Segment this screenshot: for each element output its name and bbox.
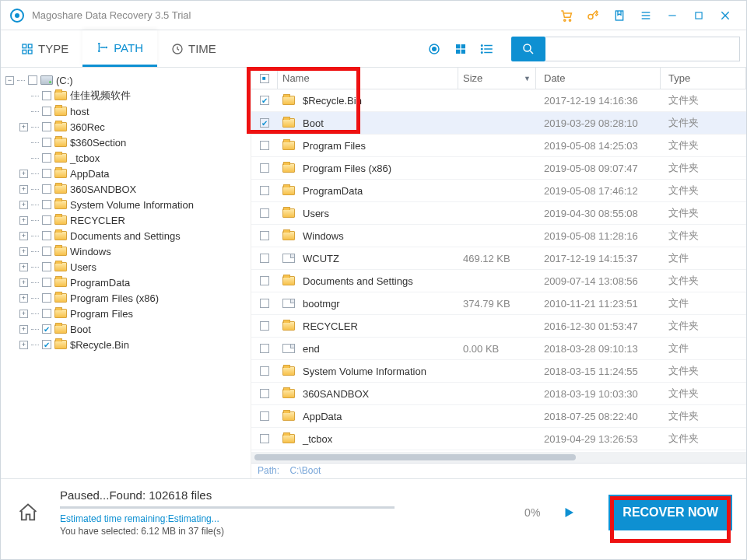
checkbox[interactable] [260, 411, 269, 421]
expand-icon[interactable]: + [19, 294, 28, 303]
checkbox[interactable] [42, 278, 51, 287]
checkbox[interactable] [42, 122, 51, 131]
tree-item[interactable]: +RECYCLER [4, 212, 247, 228]
thumbnail-view-icon[interactable] [447, 30, 474, 67]
tree-item[interactable]: +Program Files [4, 306, 247, 321]
tree-item[interactable]: _tcbox [4, 150, 247, 166]
checkbox[interactable] [260, 96, 269, 105]
table-row[interactable]: Program Files (x86)2019-05-08 09:07:47文件… [251, 157, 746, 180]
expand-icon[interactable]: + [19, 310, 28, 318]
tab-time[interactable]: TIME [157, 30, 230, 67]
recover-now-button[interactable]: RECOVER NOW [608, 495, 732, 530]
checkbox[interactable] [28, 75, 37, 85]
resume-button[interactable] [562, 506, 576, 520]
checkbox[interactable] [260, 299, 269, 308]
checkbox[interactable] [260, 163, 269, 173]
checkbox[interactable] [260, 254, 269, 263]
close-button[interactable] [714, 4, 737, 27]
tree-item[interactable]: +Windows [4, 243, 247, 259]
preview-toggle-icon[interactable] [421, 30, 447, 67]
expand-icon[interactable]: + [19, 170, 28, 178]
table-row[interactable]: Boot2019-03-29 08:28:10文件夹 [251, 112, 746, 135]
list-view-icon[interactable] [474, 30, 500, 67]
tree-item[interactable]: 佳佳视频软件 [4, 88, 247, 103]
expand-icon[interactable]: + [19, 278, 28, 287]
checkbox[interactable] [42, 169, 51, 178]
tree-item[interactable]: +Documents and Settings [4, 228, 247, 243]
checkbox[interactable] [260, 276, 269, 285]
tree-root[interactable]: − (C:) [4, 72, 247, 88]
expand-icon[interactable]: + [19, 216, 28, 225]
home-button[interactable] [15, 499, 41, 526]
table-row[interactable]: RECYCLER2016-12-30 01:53:47文件夹 [251, 315, 746, 338]
checkbox[interactable] [42, 184, 51, 194]
table-row[interactable]: end0.00 KB2018-03-28 09:10:13文件 [251, 338, 746, 360]
table-row[interactable]: WCUTZ469.12 KB2017-12-19 14:15:37文件 [251, 247, 746, 270]
tree-item[interactable]: +ProgramData [4, 275, 247, 290]
tree-item[interactable]: +Boot [4, 321, 247, 337]
table-row[interactable]: System Volume Information2018-03-15 11:2… [251, 360, 746, 383]
table-row[interactable]: bootmgr374.79 KB2010-11-21 11:23:51文件 [251, 292, 746, 315]
checkbox[interactable] [42, 247, 51, 256]
table-row[interactable]: $Recycle.Bin2017-12-19 14:16:36文件夹 [251, 89, 746, 112]
maximize-button[interactable] [687, 4, 710, 27]
search-button[interactable] [511, 37, 545, 61]
checkbox[interactable] [42, 215, 51, 225]
table-row[interactable]: Windows2019-05-08 11:28:16文件夹 [251, 225, 746, 247]
checkbox[interactable] [42, 324, 51, 334]
tab-type[interactable]: TYPE [7, 30, 82, 67]
checkbox[interactable] [42, 107, 51, 116]
tab-path[interactable]: PATH [82, 30, 157, 67]
column-size[interactable]: Size▼ [458, 68, 536, 89]
bookmark-icon[interactable] [608, 4, 631, 27]
horizontal-scrollbar[interactable] [251, 452, 746, 463]
column-name[interactable]: Name [278, 68, 458, 89]
tree-item[interactable]: +$Recycle.Bin [4, 337, 247, 352]
tree-item[interactable]: $360Section [4, 135, 247, 150]
menu-icon[interactable] [634, 4, 658, 27]
checkbox[interactable] [260, 344, 269, 353]
expand-icon[interactable]: + [19, 247, 28, 256]
collapse-icon[interactable]: − [5, 76, 14, 85]
table-row[interactable]: Program Files2019-05-08 14:25:03文件夹 [251, 135, 746, 157]
table-row[interactable]: 360SANDBOX2018-03-19 10:03:30文件夹 [251, 383, 746, 405]
tree-item[interactable]: +360Rec [4, 119, 247, 135]
tree-item[interactable]: +System Volume Information [4, 197, 247, 212]
expand-icon[interactable]: + [19, 201, 28, 209]
table-row[interactable]: _tcbox2019-04-29 13:26:53文件夹 [251, 428, 746, 450]
checkbox[interactable] [42, 138, 51, 147]
column-date[interactable]: Date [536, 68, 661, 89]
table-row[interactable]: AppData2018-07-25 08:22:40文件夹 [251, 405, 746, 428]
checkbox[interactable] [260, 389, 269, 398]
checkbox[interactable] [260, 141, 269, 150]
checkbox[interactable] [260, 118, 269, 128]
cart-icon[interactable] [555, 4, 578, 27]
header-checkbox-cell[interactable] [251, 68, 278, 89]
table-row[interactable]: Documents and Settings2009-07-14 13:08:5… [251, 270, 746, 292]
column-type[interactable]: Type [661, 68, 746, 89]
expand-icon[interactable]: + [19, 185, 28, 194]
checkbox[interactable] [260, 366, 269, 376]
checkbox[interactable] [260, 434, 269, 443]
expand-icon[interactable]: + [19, 263, 28, 271]
checkbox[interactable] [42, 153, 51, 163]
checkbox[interactable] [260, 186, 269, 195]
key-icon[interactable] [581, 4, 605, 27]
checkbox[interactable] [42, 262, 51, 271]
expand-icon[interactable]: + [19, 325, 28, 334]
checkbox[interactable] [42, 200, 51, 209]
checkbox[interactable] [42, 340, 51, 349]
expand-icon[interactable]: + [19, 341, 28, 349]
tree-item[interactable]: +Users [4, 259, 247, 275]
tree-item[interactable]: +360SANDBOX [4, 181, 247, 197]
tree-item[interactable]: +AppData [4, 166, 247, 181]
search-input[interactable] [545, 37, 740, 61]
expand-icon[interactable]: + [19, 123, 28, 131]
table-row[interactable]: ProgramData2019-05-08 17:46:12文件夹 [251, 180, 746, 202]
checkbox[interactable] [260, 231, 269, 240]
expand-icon[interactable]: + [19, 232, 28, 240]
table-row[interactable]: Users2019-04-30 08:55:08文件夹 [251, 202, 746, 225]
minimize-button[interactable] [661, 4, 684, 27]
tristate-checkbox-icon[interactable] [260, 74, 269, 83]
checkbox[interactable] [42, 91, 51, 100]
